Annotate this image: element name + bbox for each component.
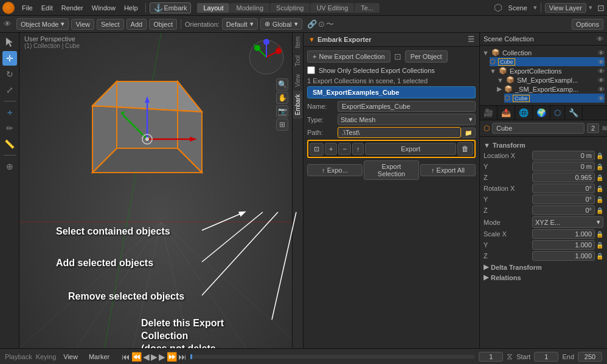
wave-icon[interactable]: 〜: [326, 19, 334, 30]
skip-end-btn[interactable]: ⏭: [178, 352, 187, 362]
rotation-x-value[interactable]: 0°: [532, 184, 595, 193]
zoom-in-icon[interactable]: 🔍: [276, 78, 288, 91]
scale-y-value[interactable]: 1.000: [532, 240, 595, 250]
tab-layout[interactable]: Layout: [197, 3, 229, 13]
rotation-x-lock-icon[interactable]: 🔒: [596, 185, 603, 192]
tree-item-export-collections[interactable]: ▼ 📦 ExportCollections 👁: [490, 66, 605, 75]
hand-icon[interactable]: ✋: [276, 92, 288, 104]
current-frame-field[interactable]: 1: [479, 352, 503, 362]
tab-sculpting[interactable]: Sculpting: [270, 3, 310, 13]
rotation-y-value[interactable]: 0°: [532, 194, 595, 204]
sidebar-rotate-icon[interactable]: ↻: [2, 67, 17, 81]
scale-x-value[interactable]: 1.000: [532, 229, 595, 239]
eye-icon-sm[interactable]: 👁: [598, 77, 605, 84]
panel-menu-icon[interactable]: ☰: [468, 35, 474, 44]
vtab-tool[interactable]: Tool: [293, 52, 302, 70]
bookmark-btn[interactable]: ⊡: [310, 143, 324, 156]
mode-select-prop[interactable]: XYZ E... ▾: [532, 216, 603, 228]
grid-view-icon[interactable]: ⊞: [276, 118, 288, 131]
object-btn[interactable]: Object: [149, 19, 177, 30]
relations-header[interactable]: ▶ Relations: [484, 273, 603, 281]
rotation-z-value[interactable]: 0°: [532, 205, 595, 215]
prev-frame-btn[interactable]: ⏪: [131, 352, 142, 362]
scale-y-lock-icon[interactable]: 🔒: [596, 242, 603, 249]
per-object-btn[interactable]: Per Object: [405, 50, 448, 63]
location-x-value[interactable]: 0 m: [532, 151, 595, 160]
show-only-checkbox[interactable]: [307, 66, 315, 74]
select-btn[interactable]: Select: [97, 19, 124, 30]
add-object-btn[interactable]: +: [325, 143, 337, 155]
export-selection-btn[interactable]: Export Selection: [364, 160, 419, 180]
menu-file[interactable]: File: [18, 3, 36, 13]
eye-icon-sm2[interactable]: 👁: [598, 86, 605, 93]
eye-icon-cube-top[interactable]: 👁: [598, 58, 605, 66]
scene-dropdown-icon[interactable]: ▾: [533, 4, 537, 12]
props-tab-object[interactable]: ⬡: [550, 106, 565, 120]
path-input[interactable]: [338, 127, 461, 138]
vtab-embark[interactable]: Embark: [293, 91, 302, 118]
view-layer-dropdown-icon[interactable]: ▾: [589, 4, 592, 12]
add-btn[interactable]: Add: [127, 19, 147, 30]
rotation-y-lock-icon[interactable]: 🔒: [596, 196, 603, 203]
view-btn[interactable]: View: [71, 19, 94, 30]
tab-modeling[interactable]: Modeling: [230, 3, 269, 13]
play-btn[interactable]: ▶: [151, 352, 158, 362]
vtab-item[interactable]: Item: [293, 33, 302, 52]
skip-start-btn[interactable]: ⏮: [122, 352, 130, 362]
sidebar-transform-icon[interactable]: ✛: [2, 105, 17, 120]
type-select[interactable]: Static Mesh ▾: [338, 114, 476, 125]
props-tab-scene[interactable]: 🌐: [515, 106, 533, 120]
tab-uv-editing[interactable]: UV Editing: [310, 3, 354, 13]
global-select[interactable]: ⊕ Global ▾: [260, 18, 302, 30]
scale-z-value[interactable]: 1.000: [532, 251, 595, 261]
location-y-lock-icon[interactable]: 🔒: [596, 163, 603, 170]
menu-help[interactable]: Help: [120, 3, 142, 13]
prev-keyframe-btn[interactable]: ◀: [143, 352, 150, 362]
eye-icon-export-cols[interactable]: 👁: [598, 67, 605, 75]
next-frame-btn[interactable]: ⏩: [167, 352, 177, 362]
embark-menu[interactable]: ⚓ Embark: [150, 2, 192, 13]
panel-collapse-icon[interactable]: ▼: [308, 36, 315, 43]
menu-edit[interactable]: Edit: [38, 3, 57, 13]
location-x-lock-icon[interactable]: 🔒: [596, 153, 603, 159]
props-tab-world[interactable]: 🌍: [533, 106, 550, 120]
sidebar-cursor-icon[interactable]: [2, 35, 17, 50]
scale-x-lock-icon[interactable]: 🔒: [596, 231, 603, 238]
next-keyframe-btn[interactable]: ▶: [159, 352, 165, 362]
mode-select[interactable]: Object Mode ▾: [16, 18, 69, 30]
menu-render[interactable]: Render: [58, 3, 87, 13]
export-prev-btn[interactable]: ↑ Expo...: [307, 164, 362, 176]
sidebar-move-icon[interactable]: ✛: [2, 51, 17, 66]
camera-view-icon[interactable]: 📷: [276, 105, 288, 117]
export-collection-item[interactable]: SM_ExportExamples_Cube: [307, 86, 476, 98]
export-all-btn[interactable]: ↑ Export All: [420, 164, 476, 176]
viewport[interactable]: User Perspective (1) Collection | Cube: [19, 33, 303, 348]
eye-icon-cube-bottom[interactable]: 👁: [598, 95, 605, 102]
end-frame-field[interactable]: 250: [578, 352, 602, 362]
sidebar-scale-icon[interactable]: ⤢: [2, 83, 17, 97]
rotation-z-lock-icon[interactable]: 🔒: [596, 207, 603, 214]
props-tab-modifier[interactable]: 🔧: [565, 106, 583, 120]
tree-item-cube-top[interactable]: ⬡ Cube 👁: [490, 57, 605, 66]
folder-browse-btn[interactable]: 📁: [461, 128, 476, 138]
tab-te[interactable]: Te...: [355, 3, 380, 13]
options-btn[interactable]: Options: [572, 19, 603, 30]
start-frame-field[interactable]: 1: [534, 352, 558, 362]
timeline-view-btn[interactable]: View: [60, 352, 82, 362]
tree-item-cube-bottom[interactable]: ⬡ Cube 👁: [504, 94, 605, 103]
props-tab-render[interactable]: 🎥: [480, 106, 498, 120]
timeline-bar[interactable]: [190, 355, 475, 359]
sidebar-measure-icon[interactable]: 📏: [2, 137, 17, 151]
proportional-icon[interactable]: ⊙: [318, 19, 325, 29]
upload-icon-btn[interactable]: ↑: [352, 143, 364, 155]
export-btn[interactable]: Export: [365, 143, 456, 155]
view-layer-btn[interactable]: View Layer: [545, 3, 586, 13]
object-name-input[interactable]: [492, 123, 584, 134]
copy-icon[interactable]: ⊡: [394, 52, 401, 61]
menu-window[interactable]: Window: [88, 3, 119, 13]
props-tab-output[interactable]: 📤: [498, 106, 515, 120]
scale-z-lock-icon[interactable]: 🔒: [596, 253, 603, 259]
vtab-view[interactable]: View: [293, 70, 302, 91]
timeline-marker-btn[interactable]: Marker: [85, 352, 113, 362]
transform-header[interactable]: ▼ Transform: [484, 142, 603, 149]
